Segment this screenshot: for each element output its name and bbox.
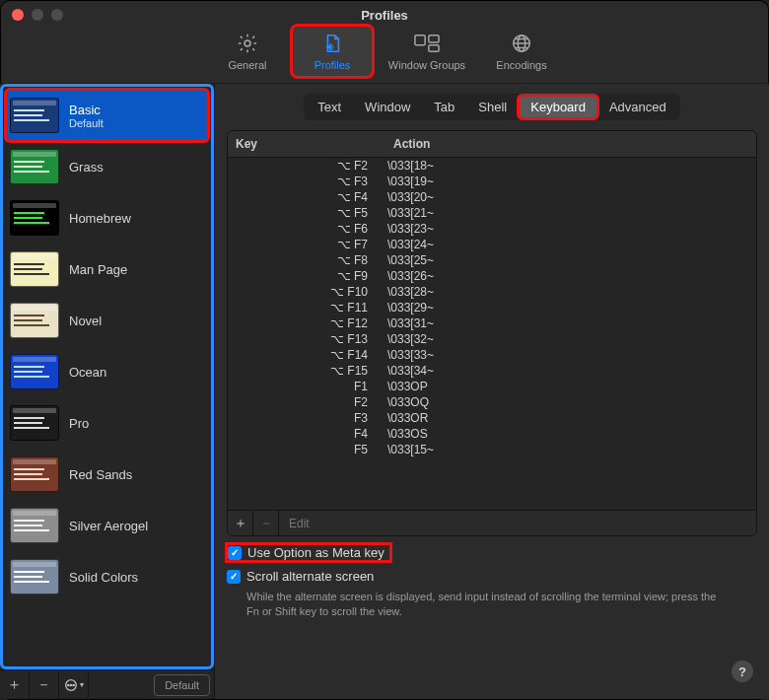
col-key: Key [228, 131, 385, 157]
help-button[interactable]: ? [732, 661, 753, 682]
tab-window-groups-label: Window Groups [388, 59, 465, 71]
tab-encodings-label: Encodings [496, 59, 546, 71]
option-as-meta-label: Use Option as Meta key [247, 545, 384, 560]
table-row[interactable]: ⌥ F7\033[24~ [228, 237, 756, 252]
cell-action: \033[26~ [385, 268, 756, 284]
cell-key: ⌥ F12 [228, 315, 385, 331]
profile-item-man-page[interactable]: Man Page [6, 244, 208, 295]
cell-key: F3 [228, 410, 385, 426]
table-row[interactable]: ⌥ F15\033[34~ [228, 363, 756, 379]
table-row[interactable]: ⌥ F6\033[23~ [228, 221, 756, 237]
sidebar-footer: ＋ － ▾ Default [0, 669, 214, 699]
remove-binding-button[interactable]: － [253, 511, 279, 536]
cell-action: \033[21~ [385, 205, 756, 221]
table-row[interactable]: ⌥ F11\033[29~ [228, 300, 756, 315]
table-row[interactable]: F1\033OP [228, 379, 756, 394]
cell-key: ⌥ F7 [228, 237, 385, 252]
table-row[interactable]: ⌥ F10\033[28~ [228, 284, 756, 300]
add-profile-button[interactable]: ＋ [0, 670, 30, 700]
profile-name: Silver Aerogel [69, 519, 148, 533]
footer-help-text: While the alternate screen is displayed,… [246, 590, 724, 619]
profiles-sidebar: BasicDefaultGrassHomebrewMan PageNovelOc… [0, 84, 215, 699]
cell-action: \033[18~ [385, 158, 756, 174]
cell-key: ⌥ F5 [228, 205, 385, 221]
detail-tab-window[interactable]: Window [353, 96, 422, 118]
table-footer: ＋ － Edit [228, 510, 756, 535]
cell-key: F1 [228, 379, 385, 394]
profile-item-homebrew[interactable]: Homebrew [6, 192, 208, 244]
cell-action: \033[28~ [385, 284, 756, 300]
remove-profile-button[interactable]: － [30, 670, 59, 700]
table-row[interactable]: ⌥ F4\033[20~ [228, 189, 756, 205]
detail-tab-text[interactable]: Text [306, 96, 353, 118]
col-action: Action [385, 131, 756, 157]
make-default-button[interactable]: Default [154, 674, 210, 696]
profile-thumbnail [10, 508, 59, 543]
cell-key: ⌥ F6 [228, 221, 385, 237]
scroll-alternate-label: Scroll alternate screen [246, 569, 374, 584]
profile-item-pro[interactable]: Pro [6, 397, 208, 449]
cell-key: ⌥ F8 [228, 252, 385, 268]
tab-general-label: General [228, 59, 266, 71]
svg-rect-3 [429, 35, 439, 42]
detail-tab-tab[interactable]: Tab [422, 96, 466, 118]
svg-point-10 [73, 684, 74, 685]
svg-point-0 [245, 40, 250, 46]
cell-action: \033OP [385, 379, 756, 394]
profile-thumbnail [10, 149, 59, 184]
table-row[interactable]: ⌥ F3\033[19~ [228, 174, 756, 189]
tab-general[interactable]: General [207, 26, 288, 77]
cell-action: \033[24~ [385, 237, 756, 252]
table-row[interactable]: F3\033OR [228, 410, 756, 426]
checkbox-checked-icon: ✓ [228, 546, 242, 560]
table-row[interactable]: ⌥ F9\033[26~ [228, 268, 756, 284]
tab-encodings[interactable]: Encodings [481, 26, 562, 77]
detail-tab-keyboard[interactable]: Keyboard [519, 96, 597, 118]
table-row[interactable]: F2\033OQ [228, 394, 756, 410]
profile-item-grass[interactable]: Grass [6, 141, 208, 192]
profile-item-silver-aerogel[interactable]: Silver Aerogel [6, 500, 208, 551]
tab-profiles[interactable]: Profiles [292, 26, 373, 77]
profile-actions-button[interactable]: ▾ [59, 670, 89, 700]
profile-item-ocean[interactable]: Ocean [6, 346, 208, 397]
cell-key: ⌥ F9 [228, 268, 385, 284]
scroll-alternate-row[interactable]: ✓ Scroll alternate screen [227, 569, 757, 584]
table-row[interactable]: F5\033[15~ [228, 442, 756, 457]
cell-action: \033[23~ [385, 221, 756, 237]
profile-item-red-sands[interactable]: Red Sands [6, 449, 208, 500]
profiles-list[interactable]: BasicDefaultGrassHomebrewMan PageNovelOc… [0, 84, 214, 669]
profile-item-solid-colors[interactable]: Solid Colors [6, 551, 208, 602]
svg-point-8 [68, 684, 69, 685]
window-title: Profiles [0, 8, 769, 23]
table-row[interactable]: ⌥ F8\033[25~ [228, 252, 756, 268]
table-row[interactable]: ⌥ F13\033[32~ [228, 331, 756, 347]
profile-name: Ocean [69, 365, 106, 380]
checkbox-checked-icon: ✓ [227, 570, 241, 584]
table-row[interactable]: ⌥ F12\033[31~ [228, 315, 756, 331]
cell-action: \033[34~ [385, 363, 756, 379]
cell-action: \033[25~ [385, 252, 756, 268]
option-as-meta-row[interactable]: ✓ Use Option as Meta key [227, 544, 390, 561]
add-binding-button[interactable]: ＋ [228, 511, 253, 536]
cell-key: ⌥ F11 [228, 300, 385, 315]
cell-key: ⌥ F13 [228, 331, 385, 347]
detail-tab-advanced[interactable]: Advanced [597, 96, 678, 118]
table-row[interactable]: ⌥ F5\033[21~ [228, 205, 756, 221]
table-row[interactable]: ⌥ F2\033[18~ [228, 158, 756, 174]
cell-action: \033OS [385, 426, 756, 442]
table-row[interactable]: F4\033OS [228, 426, 756, 442]
windows-icon [379, 30, 475, 57]
cell-key: ⌥ F2 [228, 158, 385, 174]
profile-item-basic[interactable]: BasicDefault [6, 90, 208, 141]
table-row[interactable]: ⌥ F14\033[33~ [228, 347, 756, 363]
cell-action: \033[20~ [385, 189, 756, 205]
edit-binding-button[interactable]: Edit [279, 517, 319, 530]
svg-rect-2 [415, 35, 425, 45]
table-body[interactable]: ⌥ F2\033[18~⌥ F3\033[19~⌥ F4\033[20~⌥ F5… [228, 158, 756, 510]
key-bindings-table: Key Action ⌥ F2\033[18~⌥ F3\033[19~⌥ F4\… [227, 130, 757, 536]
profile-name: Basic [69, 103, 104, 117]
detail-tab-shell[interactable]: Shell [466, 96, 519, 118]
profile-item-novel[interactable]: Novel [6, 295, 208, 346]
tab-window-groups[interactable]: Window Groups [377, 26, 477, 77]
profile-name: Homebrew [69, 211, 131, 226]
